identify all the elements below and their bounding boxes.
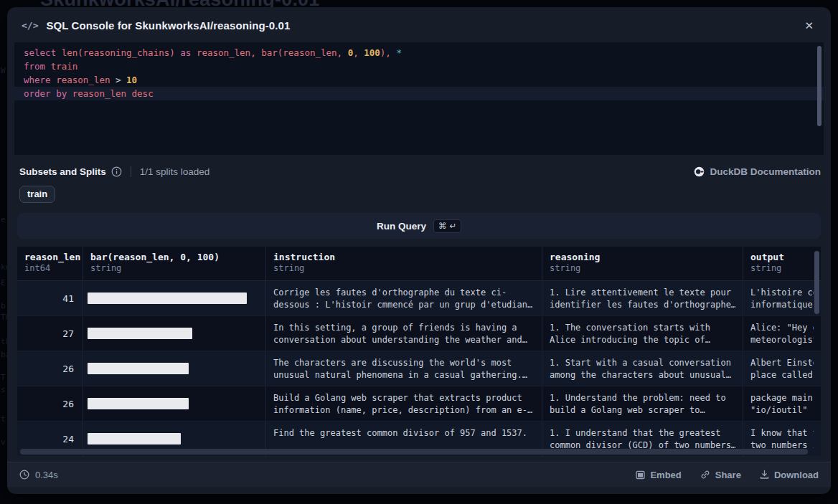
cell-output: Albert Einsteplace called (743, 351, 821, 386)
background-text-fragment: b (1, 301, 6, 310)
cell-reasoning: 1. Understand the problem: need tobuild … (542, 386, 743, 421)
subsets-and-splits-row: Subsets and Splits 1/1 splits loaded Duc… (19, 164, 821, 179)
column-name: reasoning (550, 252, 735, 262)
code-icon: </> (22, 20, 38, 31)
run-query-label: Run Query (377, 221, 426, 232)
sql-console-modal: </> SQL Console for SkunkworksAI/reasoni… (7, 7, 831, 494)
background-text-fragment: T (1, 373, 6, 382)
column-name: reason_len (24, 252, 75, 262)
sql-editor-lines: select len(reasoning_chains) as reason_l… (14, 46, 824, 100)
column-type: int64 (24, 263, 75, 273)
duckdb-icon (694, 166, 705, 177)
column-type: string (550, 263, 735, 273)
column-header-bar-reason-len-0-100-[interactable]: bar(reason_len, 0, 100)string (83, 247, 266, 280)
column-name: instruction (273, 252, 535, 262)
background-text-fragment: W (1, 66, 6, 75)
column-header-reasoning[interactable]: reasoningstring (542, 247, 743, 280)
sql-line[interactable]: from train (14, 60, 824, 73)
cell-reason-len: 27 (17, 316, 83, 351)
column-name: output (750, 252, 814, 262)
cell-bar (83, 351, 266, 386)
background-text-fragment: E (1, 278, 6, 287)
background-text-fragment: e (1, 215, 6, 224)
column-header-reason-len[interactable]: reason_lenint64 (17, 247, 83, 280)
cell-instruction: In this setting, a group of friends is h… (266, 316, 542, 351)
clock-icon (19, 470, 29, 480)
column-type: string (750, 263, 814, 273)
results-table: reason_lenint64bar(reason_len, 0, 100)st… (17, 247, 821, 456)
sql-line[interactable]: where reason_len > 10 (14, 73, 824, 87)
share-link-icon (700, 470, 710, 480)
cell-instruction: Build a Golang web scraper that extracts… (266, 386, 542, 421)
share-label: Share (715, 470, 741, 480)
download-button[interactable]: Download (760, 470, 819, 480)
sql-line-active[interactable]: order by reason_len desc (14, 87, 824, 100)
footer-actions: Embed Share Download (636, 470, 819, 480)
query-elapsed-time: 0.34s (19, 470, 58, 480)
bar-fill (88, 293, 247, 304)
split-chips: train (19, 186, 821, 203)
cell-bar (83, 386, 266, 421)
close-icon[interactable]: ✕ (801, 17, 816, 34)
table-row[interactable]: 41Corrige les fautes d'orthographe du te… (17, 281, 821, 316)
embed-icon (636, 470, 645, 480)
sql-line[interactable]: select len(reasoning_chains) as reason_l… (14, 46, 824, 60)
duckdb-link-label: DuckDB Documentation (710, 166, 821, 177)
cell-output: L'histoire coinformatique (743, 281, 821, 315)
bar-fill (88, 363, 189, 374)
table-header-row: reason_lenint64bar(reason_len, 0, 100)st… (17, 247, 821, 281)
keyboard-shortcut-badge: ⌘ ↵ (433, 219, 461, 233)
bar-fill (88, 328, 192, 339)
background-text-fragment: v (1, 437, 6, 447)
cell-reasoning: 1. The conversation starts withAlice int… (542, 316, 743, 351)
elapsed-label: 0.34s (35, 470, 58, 480)
bar-fill (88, 433, 181, 444)
cell-reason-len: 26 (17, 386, 83, 421)
column-type: string (90, 263, 258, 273)
table-row[interactable]: 26Build a Golang web scraper that extrac… (17, 386, 821, 422)
column-header-output[interactable]: outputstring (743, 247, 821, 280)
cell-output: package main"io/ioutil" " (743, 386, 821, 421)
cell-reason-len: 41 (17, 281, 83, 315)
background-text-fragment: t (1, 414, 6, 424)
column-name: bar(reason_len, 0, 100) (90, 252, 258, 262)
run-query-button[interactable]: Run Query ⌘ ↵ (17, 213, 821, 239)
duckdb-documentation-link[interactable]: DuckDB Documentation (694, 166, 821, 177)
embed-label: Embed (650, 470, 681, 480)
table-body: 41Corrige les fautes d'orthographe du te… (17, 281, 821, 456)
column-header-instruction[interactable]: instructionstring (266, 247, 542, 280)
cell-reason-len: 26 (17, 351, 83, 386)
cell-reasoning: 1. Start with a casual conversationamong… (542, 351, 743, 386)
editor-vertical-scrollbar[interactable] (817, 46, 821, 126)
column-type: string (273, 263, 535, 273)
table-vertical-scrollbar[interactable] (814, 251, 819, 314)
modal-title: SQL Console for SkunkworksAI/reasoning-0… (46, 19, 290, 32)
modal-header: </> SQL Console for SkunkworksAI/reasoni… (7, 7, 831, 42)
info-icon[interactable] (111, 166, 122, 177)
download-label: Download (774, 470, 819, 480)
cell-reasoning: 1. Lire attentivement le texte pourident… (542, 281, 743, 315)
bar-fill (88, 398, 189, 409)
cell-bar (83, 316, 266, 351)
divider (131, 166, 131, 177)
background-text-fragment: s (1, 385, 6, 394)
cell-instruction: Corrige les fautes d'orthographe du text… (266, 281, 542, 315)
share-button[interactable]: Share (700, 470, 741, 480)
subsets-label: Subsets and Splits (19, 166, 106, 177)
table-row[interactable]: 26The characters are discussing the worl… (17, 351, 821, 386)
split-chip-train[interactable]: train (19, 186, 55, 203)
embed-button[interactable]: Embed (636, 470, 681, 480)
cell-output: Alice: "Hey gmeteorologist (743, 316, 821, 351)
download-icon (760, 470, 769, 480)
modal-footer: 0.34s Embed Share (7, 462, 831, 487)
cell-instruction: The characters are discussing the world'… (266, 351, 542, 386)
cell-bar (83, 281, 266, 315)
sql-editor[interactable]: select len(reasoning_chains) as reason_l… (14, 42, 824, 155)
splits-loaded-status: 1/1 splits loaded (140, 166, 210, 177)
table-horizontal-scrollbar[interactable] (20, 449, 808, 455)
table-row[interactable]: 27In this setting, a group of friends is… (17, 316, 821, 351)
